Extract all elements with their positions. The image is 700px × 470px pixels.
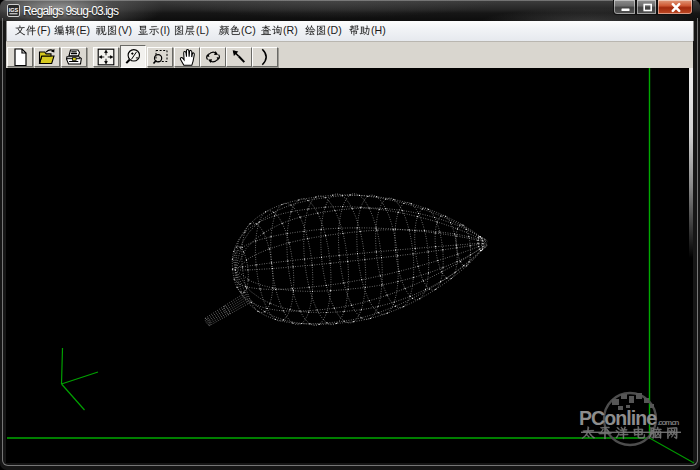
svg-text:IGS: IGS <box>9 7 19 13</box>
